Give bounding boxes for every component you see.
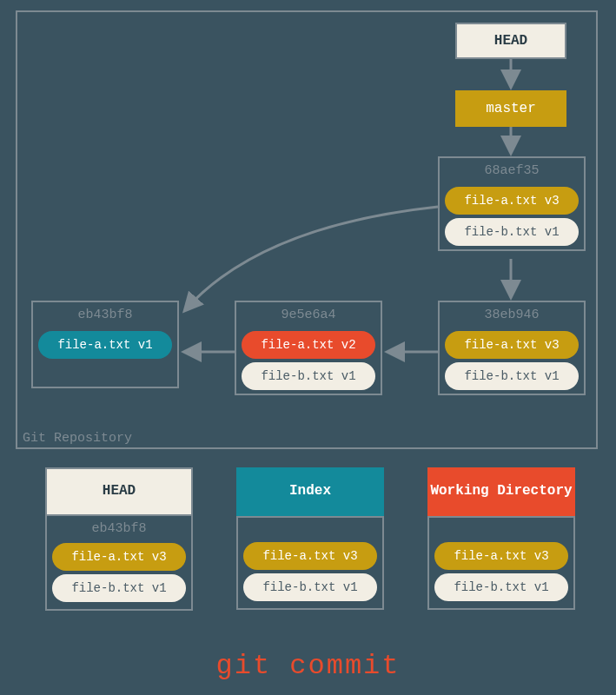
file-entry: file-b.txt v1 <box>445 362 579 390</box>
commit-hash: 38eb946 <box>440 304 584 328</box>
file-entry: file-b.txt v1 <box>243 573 377 601</box>
commit-38eb946: 38eb946 file-a.txt v3 file-b.txt v1 <box>438 301 586 395</box>
head-column-hash: eb43bf8 <box>47 518 191 539</box>
master-branch-label: master <box>486 101 536 116</box>
file-entry: file-a.txt v3 <box>445 187 579 215</box>
git-command-label: git commit <box>0 650 616 682</box>
commit-hash: 9e5e6a4 <box>236 304 381 328</box>
file-entry: file-b.txt v1 <box>445 218 579 246</box>
head-column-title: HEAD <box>45 467 193 516</box>
index-column: Index file-a.txt v3 file-b.txt v1 <box>236 467 384 611</box>
commit-eb43bf8: eb43bf8 file-a.txt v1 <box>31 301 179 388</box>
index-column-title: Index <box>236 467 384 516</box>
index-column-box: file-a.txt v3 file-b.txt v1 <box>236 516 384 610</box>
head-column-box: eb43bf8 file-a.txt v3 file-b.txt v1 <box>45 516 193 611</box>
head-ref-box: HEAD <box>455 23 566 59</box>
three-trees-row: HEAD eb43bf8 file-a.txt v3 file-b.txt v1… <box>45 467 575 611</box>
file-entry: file-a.txt v3 <box>243 542 377 570</box>
file-entry: file-a.txt v3 <box>445 331 579 359</box>
file-entry: file-a.txt v1 <box>38 331 172 359</box>
commit-hash: 68aef35 <box>440 160 584 183</box>
file-entry: file-b.txt v1 <box>434 573 568 601</box>
working-directory-column: Working Directory file-a.txt v3 file-b.t… <box>427 467 575 611</box>
file-entry: file-a.txt v3 <box>434 542 568 570</box>
wd-column-box: file-a.txt v3 file-b.txt v1 <box>427 516 575 610</box>
commit-68aef35: 68aef35 file-a.txt v3 file-b.txt v1 <box>438 156 586 251</box>
file-entry: file-b.txt v1 <box>52 574 186 602</box>
head-ref-label: HEAD <box>494 33 527 49</box>
file-entry: file-a.txt v3 <box>52 543 186 571</box>
commit-hash: eb43bf8 <box>33 304 177 328</box>
wd-column-title: Working Directory <box>427 467 575 516</box>
commit-9e5e6a4: 9e5e6a4 file-a.txt v2 file-b.txt v1 <box>235 301 382 395</box>
file-entry: file-b.txt v1 <box>242 362 375 390</box>
master-branch-box: master <box>455 90 566 127</box>
repository-label: Git Repository <box>23 431 132 446</box>
file-entry: file-a.txt v2 <box>242 331 375 359</box>
head-column: HEAD eb43bf8 file-a.txt v3 file-b.txt v1 <box>45 467 193 611</box>
